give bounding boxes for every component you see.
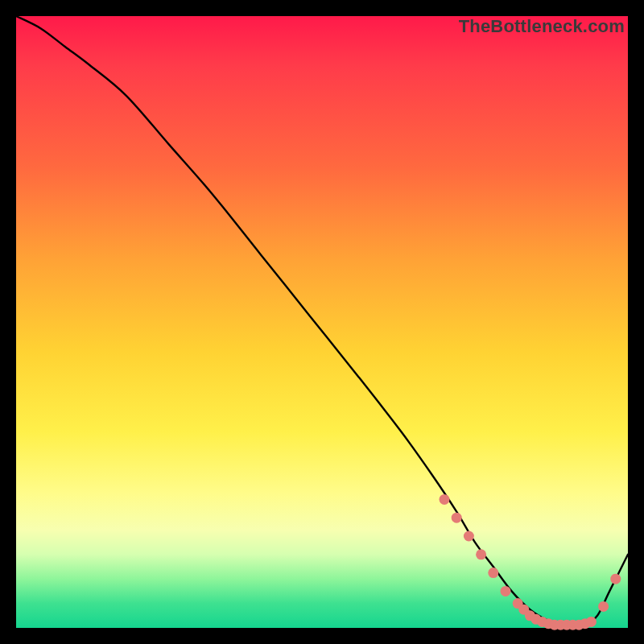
bottleneck-curve [16, 16, 628, 625]
dot [501, 586, 511, 597]
dot [586, 617, 597, 627]
chart-svg [16, 16, 628, 628]
dot [598, 601, 609, 612]
dot [464, 531, 474, 542]
dot [452, 513, 462, 523]
dot [610, 574, 621, 584]
dot [476, 549, 486, 559]
dot [488, 568, 498, 578]
dot [440, 494, 450, 505]
